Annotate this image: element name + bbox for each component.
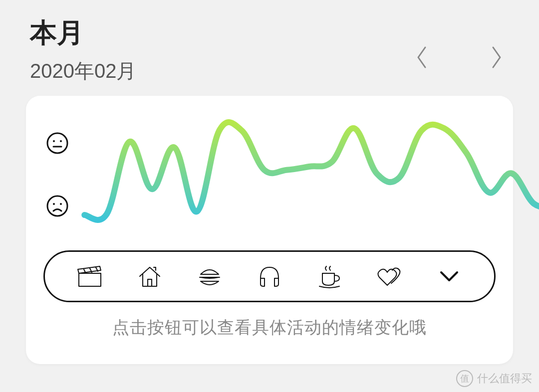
watermark-text: 什么值得买: [477, 371, 532, 386]
expand-activities-icon[interactable]: [434, 261, 464, 291]
date-subtitle: 2020年02月: [30, 57, 136, 85]
activity-food-icon[interactable]: [195, 261, 225, 291]
next-month-icon[interactable]: [489, 45, 504, 70]
svg-point-6: [60, 203, 62, 205]
activity-movie-icon[interactable]: [75, 261, 105, 291]
svg-point-5: [53, 203, 55, 205]
activity-home-icon[interactable]: [135, 261, 165, 291]
watermark-badge-icon: 值: [456, 370, 473, 387]
svg-point-2: [60, 140, 62, 142]
month-navigation: [414, 45, 504, 70]
watermark: 值 什么值得买: [456, 370, 532, 387]
activity-music-icon[interactable]: [255, 261, 284, 291]
svg-point-1: [53, 140, 55, 142]
page-title: 本月: [30, 15, 136, 51]
prev-month-icon[interactable]: [414, 45, 429, 70]
mood-chart: [41, 116, 498, 235]
svg-point-0: [47, 133, 67, 153]
mood-sad-icon: [46, 195, 69, 217]
mood-card: 点击按钮可以查看具体活动的情绪变化哦: [26, 96, 513, 364]
activity-love-icon[interactable]: [374, 261, 404, 291]
activity-coffee-icon[interactable]: [314, 261, 344, 291]
svg-point-4: [47, 196, 67, 216]
mood-neutral-icon: [46, 132, 69, 155]
activities-filter-pill: [43, 250, 496, 302]
mood-line-chart: [81, 116, 539, 235]
activities-hint-text: 点击按钮可以查看具体活动的情绪变化哦: [41, 316, 498, 339]
